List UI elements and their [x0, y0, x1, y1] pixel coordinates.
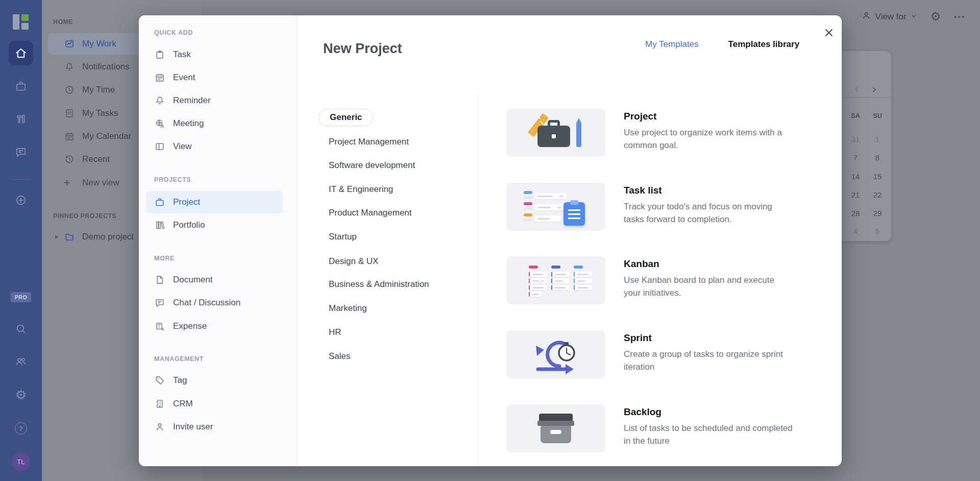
rail-item-tools[interactable] — [0, 112, 42, 126]
view-for-button[interactable]: View for — [861, 10, 917, 23]
category-item[interactable]: Design & UX — [329, 256, 378, 267]
rail-item-help[interactable]: ? — [0, 422, 42, 435]
calculator-icon — [154, 321, 165, 332]
tag-icon — [154, 375, 165, 386]
template-name: Kanban — [624, 258, 659, 270]
history-icon — [64, 154, 75, 165]
template-description: Track your todo's and focus on moving ta… — [624, 200, 793, 226]
rail-divider — [12, 179, 30, 180]
menu-item-expense[interactable]: Expense — [154, 315, 288, 338]
folder-icon — [64, 231, 75, 243]
category-item[interactable]: Sales — [329, 351, 351, 362]
plus-circle-icon — [14, 194, 28, 207]
menu-item-invite-user[interactable]: Invite user — [154, 416, 288, 438]
search-icon — [14, 322, 28, 335]
menu-item-crm[interactable]: CRM — [154, 393, 288, 415]
calendar-day[interactable]: 22 — [867, 190, 888, 199]
backlog-thumbnail — [506, 404, 605, 452]
template-description: List of tasks to be scheduled and comple… — [624, 422, 793, 447]
user-avatar[interactable]: TL — [12, 452, 30, 471]
template-name: Backlog — [624, 406, 662, 418]
calendar-icon — [154, 72, 165, 83]
rail-item-projects[interactable] — [0, 80, 42, 93]
clipboard-icon — [154, 49, 165, 60]
calendar-day[interactable]: 15 — [867, 172, 888, 181]
sidebar-section-pinned: PINNED PROJECTS — [53, 212, 116, 220]
chat-icon — [154, 297, 165, 308]
settings-gear-icon[interactable]: ⚙ — [930, 11, 941, 22]
template-name: Project — [624, 111, 656, 122]
category-item[interactable]: Marketing — [329, 303, 367, 314]
menu-item-tag[interactable]: Tag — [154, 369, 288, 392]
menu-item-chat-discussion[interactable]: Chat / Discussion — [154, 292, 288, 314]
layout-icon — [154, 141, 165, 152]
gear-icon: ⚙ — [15, 389, 27, 401]
chevron-down-icon — [911, 12, 917, 22]
kanban-thumbnail — [506, 256, 605, 304]
menu-header-more: MORE — [154, 255, 175, 262]
more-options-icon[interactable]: ••• — [954, 13, 966, 20]
menu-item-portfolio[interactable]: Portfolio — [154, 214, 288, 236]
briefcase-icon — [14, 80, 28, 93]
category-item[interactable]: Product Management — [329, 208, 412, 218]
books-icon — [154, 220, 165, 231]
menu-item-reminder[interactable]: Reminder — [154, 89, 288, 112]
tab-templates-library[interactable]: Templates library — [728, 39, 800, 50]
category-item[interactable]: IT & Engineering — [329, 184, 393, 195]
template-description: Create a group of tasks to organize spri… — [624, 348, 793, 373]
template-card-kanban[interactable]: Kanban Use Kanban board to plan and exec… — [506, 256, 813, 304]
rail-item-home[interactable] — [9, 41, 33, 65]
calendar-day[interactable]: 5 — [867, 227, 888, 235]
template-card-project[interactable]: Project Use project to organize work ite… — [506, 109, 813, 157]
sidebar-section-home: HOME — [53, 18, 73, 26]
menu-header-management: MANAGEMENT — [154, 355, 204, 363]
calendar-day[interactable]: 4 — [845, 227, 866, 235]
rail-item-team[interactable] — [0, 355, 42, 368]
pro-badge: PRO — [11, 292, 31, 302]
calendar-day[interactable]: 31 — [845, 135, 866, 143]
rail-item-add[interactable] — [0, 194, 42, 207]
template-card-sprint[interactable]: Sprint Create a group of tasks to organi… — [506, 330, 813, 378]
calendar-prev-button[interactable] — [850, 83, 863, 96]
close-icon[interactable] — [820, 23, 838, 42]
menu-item-event[interactable]: Event — [154, 66, 288, 89]
calendar-day[interactable]: 29 — [867, 209, 888, 218]
template-card-task-list[interactable]: Task list Track your todo's and focus on… — [506, 183, 813, 231]
page-title: New Project — [323, 41, 402, 57]
template-name: Sprint — [624, 332, 652, 344]
project-thumbnail — [506, 109, 605, 157]
rail-item-search[interactable] — [0, 322, 42, 335]
calendar-day[interactable]: 7 — [845, 153, 866, 162]
rail-item-messages[interactable] — [0, 146, 42, 159]
category-item[interactable]: HR — [329, 327, 341, 338]
calendar-day[interactable]: 21 — [845, 190, 866, 199]
menu-item-meeting[interactable]: Meeting — [154, 112, 288, 135]
menu-item-view[interactable]: View — [154, 135, 288, 158]
category-item[interactable]: Startup — [329, 232, 357, 242]
category-item[interactable]: Business & Administration — [329, 279, 429, 290]
category-item[interactable]: Software development — [329, 160, 415, 171]
menu-header-projects: PROJECTS — [154, 176, 191, 183]
bell-icon — [154, 95, 165, 106]
caret-right-icon[interactable] — [55, 235, 59, 239]
person-icon — [861, 10, 871, 23]
tab-my-templates[interactable]: My Templates — [645, 39, 699, 50]
calendar-day-header: SU — [867, 112, 888, 119]
calendar-day[interactable]: 1 — [867, 135, 888, 143]
category-generic[interactable]: Generic — [318, 109, 373, 126]
calendar-day[interactable]: 28 — [845, 209, 866, 218]
menu-item-project[interactable]: Project — [146, 191, 283, 213]
calendar-next-button[interactable] — [867, 83, 880, 96]
calendar-day[interactable]: 14 — [845, 172, 866, 181]
menu-item-task[interactable]: Task — [154, 43, 288, 66]
people-icon — [14, 355, 28, 368]
template-tabs: My Templates Templates library — [645, 39, 799, 50]
menu-item-document[interactable]: Document — [154, 269, 288, 291]
home-icon — [14, 46, 28, 60]
template-card-backlog[interactable]: Backlog List of tasks to be scheduled an… — [506, 404, 813, 452]
calendar-day[interactable]: 8 — [867, 153, 888, 162]
app-rail: PRO ⚙ ? TL — [0, 0, 42, 481]
note-icon — [64, 108, 75, 119]
rail-item-settings[interactable]: ⚙ — [0, 388, 42, 402]
category-item[interactable]: Project Management — [329, 137, 409, 147]
